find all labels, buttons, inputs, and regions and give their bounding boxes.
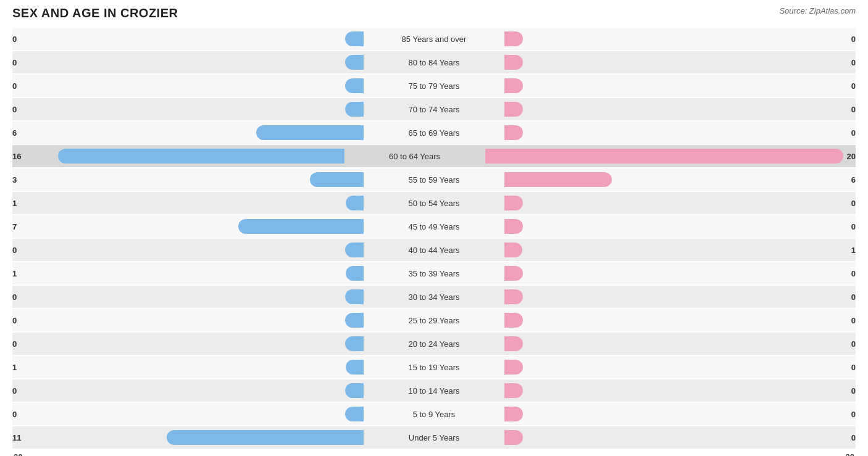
right-section: 1 [502, 239, 856, 261]
table-row: 0 75 to 79 Years 0 [12, 75, 856, 97]
right-section: 0 [502, 75, 856, 97]
male-value: 0 [12, 386, 17, 396]
male-bar [58, 149, 344, 164]
female-value: 0 [851, 128, 856, 138]
female-bar-container [502, 218, 848, 234]
male-bar [346, 196, 364, 210]
female-bar [504, 102, 523, 117]
left-section: 0 [12, 51, 366, 73]
male-bar [345, 336, 364, 351]
left-section: 16 [12, 145, 347, 167]
male-bar [345, 407, 364, 421]
male-value: 0 [12, 339, 17, 349]
table-row: 1 15 to 19 Years 0 [12, 356, 856, 378]
age-label: 50 to 54 Years [366, 199, 502, 208]
male-bar-container [20, 406, 366, 422]
female-value: 0 [851, 199, 856, 208]
axis-right-label: 20 [846, 452, 854, 456]
right-section: 0 [502, 98, 856, 120]
table-row: 0 10 to 14 Years 0 [12, 379, 856, 402]
axis-row: 20 20 [12, 452, 856, 456]
male-bar-container [20, 31, 366, 47]
male-bar [345, 78, 364, 93]
female-bar-container [483, 148, 843, 164]
left-section: 1 [12, 356, 366, 378]
female-bar-container [502, 78, 848, 94]
female-value: 0 [851, 81, 856, 91]
left-section: 0 [12, 98, 366, 120]
left-section: 6 [12, 122, 366, 144]
male-value: 0 [12, 81, 17, 91]
male-value: 0 [12, 58, 17, 67]
female-bar [504, 266, 523, 281]
table-row: 11 Under 5 Years 0 [12, 426, 856, 449]
right-section: 0 [502, 286, 856, 308]
table-row: 16 60 to 64 Years 20 [12, 145, 856, 167]
table-row: 3 55 to 59 Years 6 [12, 168, 856, 191]
male-bar [310, 172, 364, 187]
female-value: 0 [851, 222, 856, 231]
female-bar [485, 149, 843, 164]
female-bar [504, 55, 523, 70]
female-bar-container [502, 383, 848, 399]
age-label: 10 to 14 Years [366, 386, 502, 396]
female-bar [504, 31, 523, 46]
age-label: 60 to 64 Years [347, 152, 483, 161]
male-bar-container [25, 429, 366, 446]
male-bar-container [20, 195, 366, 211]
table-row: 0 70 to 74 Years 0 [12, 98, 856, 120]
male-value: 0 [12, 316, 17, 325]
female-value: 20 [847, 152, 856, 161]
table-row: 6 65 to 69 Years 0 [12, 122, 856, 144]
left-section: 0 [12, 403, 366, 425]
age-label: 25 to 29 Years [366, 316, 502, 325]
female-bar-container [502, 195, 848, 211]
female-bar [504, 243, 522, 257]
left-section: 0 [12, 333, 366, 355]
female-bar-container [502, 31, 848, 47]
male-bar-container [20, 242, 366, 258]
chart-source: Source: ZipAtlas.com [779, 6, 856, 15]
male-bar [345, 383, 364, 398]
left-section: 0 [12, 309, 366, 331]
female-bar [504, 78, 523, 93]
right-section: 0 [502, 28, 856, 50]
left-section: 7 [12, 215, 366, 238]
female-bar [504, 125, 523, 140]
table-row: 1 35 to 39 Years 0 [12, 262, 856, 284]
table-row: 0 25 to 29 Years 0 [12, 309, 856, 331]
table-row: 0 5 to 9 Years 0 [12, 403, 856, 425]
male-bar-container [20, 54, 366, 70]
female-bar-container [502, 172, 848, 188]
male-bar [167, 430, 364, 445]
female-bar [504, 172, 612, 187]
female-bar [504, 336, 523, 351]
female-value: 0 [851, 339, 856, 349]
axis-left-label: 20 [14, 452, 22, 456]
male-bar [256, 125, 364, 140]
age-label: 40 to 44 Years [366, 246, 502, 255]
male-value: 1 [12, 363, 17, 372]
age-label: 65 to 69 Years [366, 128, 502, 138]
male-bar [345, 289, 364, 304]
female-bar [504, 313, 523, 328]
female-value: 0 [851, 410, 856, 419]
right-section: 0 [502, 262, 856, 284]
right-section: 0 [502, 192, 856, 214]
right-section: 0 [502, 426, 856, 449]
table-row: 0 20 to 24 Years 0 [12, 333, 856, 355]
female-bar-container [502, 312, 848, 328]
female-bar [504, 289, 523, 304]
left-section: 0 [12, 75, 366, 97]
male-bar-container [20, 383, 366, 399]
female-bar [504, 383, 523, 398]
female-bar-container [502, 125, 848, 141]
female-value: 0 [851, 269, 856, 278]
right-section: 0 [502, 379, 856, 402]
left-section: 3 [12, 168, 366, 191]
left-section: 1 [12, 262, 366, 284]
left-section: 1 [12, 192, 366, 214]
left-section: 0 [12, 239, 366, 261]
female-value: 0 [851, 292, 856, 302]
male-bar [345, 313, 364, 328]
